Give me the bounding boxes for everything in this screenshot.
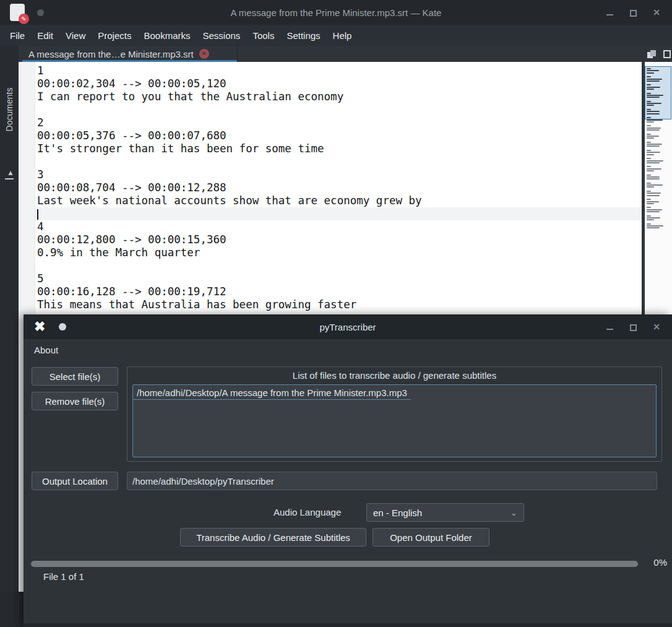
menu-item-edit[interactable]: Edit — [31, 27, 59, 45]
minimap-line — [647, 128, 661, 129]
tab-close-icon[interactable]: ✕ — [199, 49, 209, 59]
menu-item-sessions[interactable]: Sessions — [197, 27, 247, 45]
close-button[interactable]: ✕ — [652, 8, 661, 17]
maximize-button[interactable] — [629, 322, 637, 331]
editor-line: 1 — [35, 64, 642, 77]
progress-bar — [31, 561, 638, 567]
minimap-line — [647, 192, 661, 194]
sidebar-tab-documents[interactable]: Documents ▲ — [5, 63, 14, 179]
minimap-line — [647, 227, 660, 228]
minimap-line — [647, 211, 660, 212]
audio-language-select[interactable]: en - English ⌄ — [366, 503, 524, 522]
editor-line — [35, 259, 642, 272]
editor-line: 00:00:08,704 --> 00:00:12,288 — [35, 181, 642, 194]
progress-percent: 0% — [653, 557, 667, 568]
file-list-groupbox: List of files to transcribe audio / gene… — [127, 366, 662, 462]
minimap-line — [647, 125, 651, 126]
minimap-line — [647, 70, 659, 71]
menu-item-help[interactable]: Help — [327, 27, 358, 45]
minimap-line — [647, 223, 651, 225]
pytranscriber-menubar: About — [24, 339, 672, 360]
transcribe-button[interactable]: Transcribe Audio / Generate Subtitles — [180, 528, 366, 547]
document-tab[interactable]: A message from the…e Minister.mp3.srt ✕ — [22, 46, 238, 62]
minimap-line — [647, 215, 651, 217]
minimap-line — [647, 134, 651, 135]
text-cursor — [37, 209, 38, 220]
minimap-line — [647, 87, 660, 88]
minimap-line — [647, 145, 660, 147]
pytranscriber-app-icon: ✖ — [34, 319, 45, 334]
minimap-line — [647, 136, 659, 137]
minimap-line — [647, 217, 660, 218]
minimap-line — [647, 101, 651, 102]
minimize-button[interactable] — [605, 8, 614, 17]
menu-item-file[interactable]: File — [4, 27, 31, 45]
minimap-line — [647, 142, 651, 143]
editor-line: 00:00:16,128 --> 00:00:19,712 — [35, 285, 642, 298]
minimap-line — [647, 183, 651, 184]
minimap-line — [647, 93, 651, 94]
pytranscriber-titlebar: ✖ pyTranscriber ✕ — [24, 314, 672, 339]
open-output-folder-button[interactable]: Open Output Folder — [373, 528, 489, 547]
editor-line: 2 — [35, 116, 642, 129]
minimap-line — [647, 207, 651, 208]
minimap-line — [647, 72, 654, 74]
chevron-down-icon: ⌄ — [510, 508, 517, 517]
output-path-field[interactable]: /home/adhi/Desktop/pyTranscriber — [127, 472, 657, 490]
kate-app-icon: ✎ — [10, 4, 25, 21]
minimap-line — [647, 121, 654, 123]
menu-item-view[interactable]: View — [59, 27, 92, 45]
modified-indicator-dot — [37, 9, 44, 16]
minimap-line — [647, 203, 654, 204]
editor-line: This means that Australia has been growi… — [35, 298, 642, 311]
kate-titlebar: ✎ A message from the Prime Minister.mp3.… — [0, 0, 672, 25]
close-button[interactable]: ✕ — [652, 322, 661, 331]
minimap-line — [647, 162, 660, 163]
minimap-line — [647, 80, 660, 82]
menu-item-about[interactable]: About — [27, 341, 66, 359]
minimap-line — [647, 119, 663, 121]
window-indicator-dot — [59, 323, 66, 331]
minimap-line — [647, 68, 651, 69]
minimap-line — [647, 154, 654, 155]
kate-left-dock: Documents ▲ — [0, 46, 19, 592]
minimize-button[interactable] — [605, 322, 614, 331]
pytranscriber-window-title: pyTranscriber — [24, 322, 672, 332]
minimap-line — [647, 113, 660, 115]
document-switcher-icon[interactable] — [647, 50, 656, 58]
menu-item-settings[interactable]: Settings — [280, 27, 326, 45]
file-list-group-title: List of files to transcribe audio / gene… — [127, 370, 661, 381]
minimap-line — [647, 178, 660, 179]
select-files-button[interactable]: Select file(s) — [32, 367, 118, 386]
audio-language-value: en - English — [373, 508, 422, 518]
minimap-line — [647, 95, 663, 96]
split-view-icon[interactable] — [663, 50, 671, 58]
minimap-line — [647, 89, 654, 90]
document-tab-label: A message from the…e Minister.mp3.srt — [28, 49, 194, 59]
editor-line: I can report to you that the Australian … — [35, 90, 642, 103]
editor-line: 00:00:12,800 --> 00:00:15,360 — [35, 233, 642, 246]
editor-line — [35, 155, 642, 168]
menu-item-tools[interactable]: Tools — [246, 27, 280, 45]
minimap-line — [647, 184, 663, 186]
file-list[interactable]: /home/adhi/Desktop/A message from the Pr… — [132, 384, 657, 457]
kate-menubar: FileEditViewProjectsBookmarksSessionsToo… — [0, 25, 672, 46]
minimap-line — [647, 129, 660, 131]
output-location-button[interactable]: Output Location — [32, 472, 118, 490]
file-progress-status: File 1 of 1 — [43, 571, 84, 582]
editor-line — [35, 207, 642, 220]
menu-item-projects[interactable]: Projects — [92, 27, 137, 45]
editor-line: Last week's national accounts show that … — [35, 194, 642, 207]
file-list-item[interactable]: /home/adhi/Desktop/A message from the Pr… — [133, 385, 411, 400]
audio-language-label: Audio Language — [274, 507, 341, 517]
menu-item-bookmarks[interactable]: Bookmarks — [137, 27, 196, 45]
minimap-line — [647, 144, 662, 145]
editor-line — [35, 103, 642, 116]
maximize-button[interactable] — [629, 8, 637, 17]
minimap-line — [647, 201, 659, 202]
minimap-line — [647, 79, 662, 80]
remove-files-button[interactable]: Remove file(s) — [32, 392, 118, 410]
minimap-line — [647, 150, 651, 151]
minimap-line — [647, 199, 651, 200]
documents-icon: ▲ — [5, 170, 14, 179]
